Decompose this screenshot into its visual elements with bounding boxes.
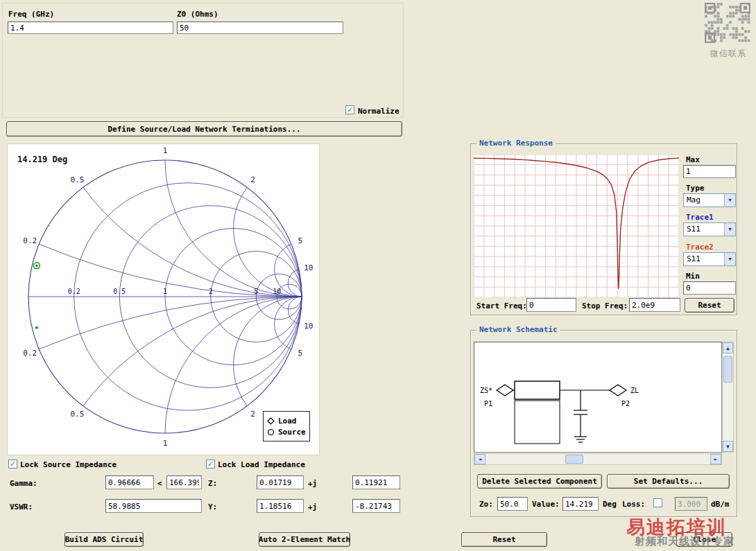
svg-text:1: 1 <box>163 146 168 155</box>
scroll-right-button[interactable]: ► <box>710 454 721 464</box>
gamma-mag-input[interactable] <box>105 475 154 489</box>
value-label: Value: <box>532 500 560 509</box>
component-body-outline <box>515 401 560 444</box>
smith-chart-utility-window: Freq (GHz) Z0 (Ohms) ✓ Normalize Define … <box>0 0 756 551</box>
svg-text:5: 5 <box>254 288 258 295</box>
schematic-horizontal-scrollbar[interactable]: ◄ ► <box>474 453 722 465</box>
lock-load-checkbox[interactable]: ✓ <box>206 460 215 469</box>
network-schematic-title: Network Schematic <box>476 325 560 334</box>
freq-input[interactable] <box>8 21 173 34</box>
svg-text:1: 1 <box>163 439 168 448</box>
vertical-scroll-track[interactable] <box>723 353 733 441</box>
combo-arrow-icon: ▼ <box>724 223 735 236</box>
svg-text:1: 1 <box>163 288 167 295</box>
smith-chart-area[interactable]: 0.20.20.50.511225510100.20.51251014.219 … <box>7 143 320 455</box>
y-imag-input[interactable] <box>352 499 400 513</box>
gamma-angle-input[interactable] <box>166 475 202 489</box>
response-plot-canvas <box>474 155 679 297</box>
svg-text:0.5: 0.5 <box>70 410 84 419</box>
svg-text:0.2: 0.2 <box>23 236 37 245</box>
y-label: Y: <box>208 502 217 511</box>
angle-symbol: < <box>157 479 162 488</box>
response-plot <box>474 155 679 297</box>
trace2-label: Trace2 <box>686 243 714 252</box>
svg-text:5: 5 <box>298 349 302 358</box>
max-input[interactable] <box>683 165 736 178</box>
source-circle-icon <box>267 428 275 436</box>
lock-source-checkbox[interactable]: ✓ <box>8 460 17 469</box>
value-input[interactable] <box>562 497 599 511</box>
port2-name-label: ZL <box>630 387 639 394</box>
svg-text:5: 5 <box>298 236 302 245</box>
port1-symbol[interactable] <box>497 385 513 396</box>
svg-text:0.5: 0.5 <box>70 175 84 184</box>
network-schematic-group: Network Schematic ZS* P1 <box>470 330 737 517</box>
z0-input[interactable] <box>177 21 343 34</box>
scroll-down-button[interactable]: ▼ <box>723 441 733 452</box>
horizontal-scroll-thumb[interactable] <box>565 455 583 464</box>
loss-checkbox[interactable] <box>653 498 662 507</box>
trace2-select-value: S11 <box>684 253 724 265</box>
port2-symbol[interactable] <box>610 385 626 396</box>
svg-text:10: 10 <box>273 288 281 295</box>
svg-text:0.5: 0.5 <box>113 288 126 295</box>
normalize-checkbox[interactable]: ✓ <box>345 105 354 114</box>
smith-legend: Load Source <box>263 411 310 441</box>
series-component[interactable] <box>515 381 560 399</box>
vertical-scroll-thumb[interactable] <box>723 356 732 383</box>
set-defaults-button[interactable]: Set Defaults... <box>607 474 730 489</box>
load-diamond-icon <box>267 417 275 425</box>
svg-text:10: 10 <box>304 322 313 331</box>
auto-match-button[interactable]: Auto 2-Element Match <box>259 532 350 547</box>
type-select-value: Mag <box>684 194 724 207</box>
network-schematic-canvas[interactable]: ZS* P1 ZL P2 <box>474 342 721 452</box>
stop-freq-label: Stop Freq: <box>582 301 628 311</box>
svg-text:2: 2 <box>250 175 255 184</box>
build-ads-circuit-button[interactable]: Build ADS Circuit <box>65 532 144 547</box>
start-freq-input[interactable] <box>526 298 576 312</box>
svg-text:14.219 Deg: 14.219 Deg <box>17 155 67 164</box>
deg-label: Deg <box>603 500 617 509</box>
zo-label: Zo: <box>479 500 493 509</box>
scroll-left-button[interactable]: ◄ <box>474 454 486 464</box>
trace1-select-value: S11 <box>684 223 724 236</box>
y-plus-j-label: +j <box>308 502 317 511</box>
qr-caption: 微信联系 <box>705 48 752 60</box>
z-imag-input[interactable] <box>352 475 400 489</box>
define-terminations-button[interactable]: Define Source/Load Network Terminations.… <box>6 121 402 137</box>
min-input[interactable] <box>683 281 736 295</box>
max-label: Max <box>686 155 700 164</box>
type-select[interactable]: Mag ▼ <box>683 193 736 207</box>
port1-name-label: ZS* <box>480 387 492 394</box>
min-label: Min <box>686 272 700 281</box>
schematic-vertical-scrollbar[interactable]: ▲ ▼ <box>722 342 734 453</box>
delete-component-button[interactable]: Delete Selected Component <box>477 474 602 489</box>
reset-button[interactable]: Reset <box>461 532 547 547</box>
trace1-select[interactable]: S11 ▼ <box>683 222 736 236</box>
trace1-label: Trace1 <box>686 213 714 222</box>
y-real-input[interactable] <box>257 499 304 513</box>
trace2-select[interactable]: S11 ▼ <box>683 252 736 266</box>
schematic-canvas-box[interactable]: ZS* P1 ZL P2 <box>474 342 722 453</box>
svg-text:0.2: 0.2 <box>68 288 80 295</box>
zo-input[interactable] <box>497 497 528 511</box>
horizontal-scroll-track[interactable] <box>486 454 710 464</box>
z-real-input[interactable] <box>257 475 304 489</box>
tagline-watermark: 射频和天线设计专家 <box>635 535 734 548</box>
scroll-up-button[interactable]: ▲ <box>723 342 733 353</box>
stop-freq-input[interactable] <box>629 298 680 312</box>
network-response-group: Network Response Max Type Mag ▼ Trace1 S… <box>470 143 737 315</box>
port1-ref-label: P1 <box>484 400 492 408</box>
svg-text:2: 2 <box>250 410 255 419</box>
response-reset-button[interactable]: Reset <box>685 298 734 313</box>
vswr-input[interactable] <box>105 499 202 513</box>
legend-load-label: Load <box>278 417 297 426</box>
loss-input <box>675 497 707 511</box>
network-response-title: Network Response <box>476 139 556 148</box>
shunt-capacitor[interactable] <box>574 390 587 442</box>
gamma-label: Gamma: <box>10 479 37 488</box>
z0-label: Z0 (Ohms) <box>177 10 218 19</box>
smith-chart-canvas[interactable]: 0.20.20.50.511225510100.20.51251014.219 … <box>8 144 320 456</box>
normalize-label: Normalize <box>358 107 400 116</box>
qr-code-image <box>705 3 750 43</box>
